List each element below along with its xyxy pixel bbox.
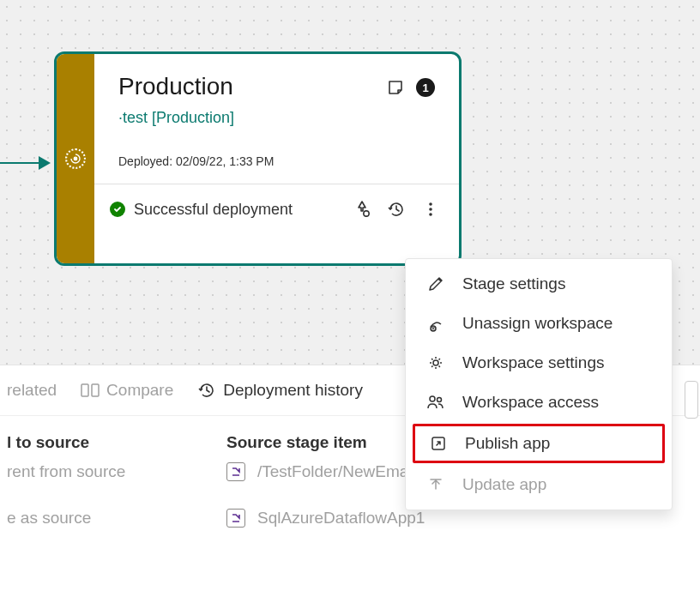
compare-icon [81, 382, 100, 399]
check-icon [110, 202, 125, 217]
pencil-icon [426, 274, 445, 293]
menu-workspace-access[interactable]: Workspace access [406, 383, 672, 422]
stage-body: Production 1 ·test [Production] Deployed… [94, 54, 459, 263]
source-diff-row: rent from source [7, 462, 226, 481]
refresh-icon [65, 148, 86, 169]
stage-deployed-timestamp: Deployed: 02/09/22, 1:33 PM [94, 127, 459, 184]
toolbar-compare: Compare [81, 381, 173, 400]
svg-point-4 [429, 202, 432, 206]
menu-publish-app[interactable]: Publish app [413, 424, 665, 463]
item-count-badge: 1 [416, 78, 435, 97]
svg-point-6 [429, 213, 432, 216]
toolbar-label: Compare [106, 381, 173, 400]
more-button[interactable] [418, 196, 444, 222]
context-menu: Stage settings Unassign workspace Worksp… [405, 258, 673, 510]
svg-rect-12 [81, 384, 88, 396]
stage-subtitle: ·test [Production] [94, 109, 459, 127]
dataflow-icon [226, 462, 245, 481]
menu-update-app: Update app [406, 465, 672, 504]
menu-label: Workspace settings [462, 353, 604, 372]
rules-icon[interactable] [349, 196, 375, 222]
svg-point-10 [438, 398, 442, 402]
source-same-row: e as source [7, 509, 226, 528]
deployment-status-text: Successful deployment [134, 201, 341, 219]
people-icon [426, 393, 445, 412]
stage-card-production[interactable]: Production 1 ·test [Production] Deployed… [54, 51, 462, 266]
stage-tab-handle[interactable] [57, 54, 94, 263]
svg-point-8 [433, 360, 438, 365]
connector-arrow [0, 154, 51, 172]
panel-side-button[interactable] [685, 381, 698, 419]
svg-point-9 [430, 396, 435, 401]
toolbar-history[interactable]: Deployment history [197, 381, 363, 400]
unassign-icon [426, 314, 445, 333]
menu-unassign-workspace[interactable]: Unassign workspace [406, 304, 672, 343]
menu-label: Unassign workspace [462, 314, 612, 333]
stage-title: Production [118, 73, 233, 100]
update-icon [426, 475, 445, 494]
menu-label: Publish app [465, 434, 550, 453]
note-icon[interactable] [387, 79, 404, 96]
source-item-row[interactable]: SqlAzureDataflowApp1 [226, 509, 693, 528]
dataflow-icon [226, 509, 245, 528]
publish-icon [429, 434, 448, 453]
toolbar-related: related [7, 381, 57, 400]
left-column-header: l to source [7, 433, 226, 452]
gear-icon [426, 353, 445, 372]
menu-label: Stage settings [462, 274, 565, 293]
history-icon[interactable] [383, 196, 409, 222]
menu-label: Workspace access [462, 393, 599, 412]
menu-label: Update app [462, 475, 546, 494]
toolbar-label: Deployment history [223, 381, 363, 400]
svg-rect-13 [92, 384, 99, 396]
menu-workspace-settings[interactable]: Workspace settings [406, 343, 672, 383]
menu-stage-settings[interactable]: Stage settings [406, 264, 672, 304]
svg-point-5 [429, 208, 432, 211]
history-icon [197, 381, 216, 400]
